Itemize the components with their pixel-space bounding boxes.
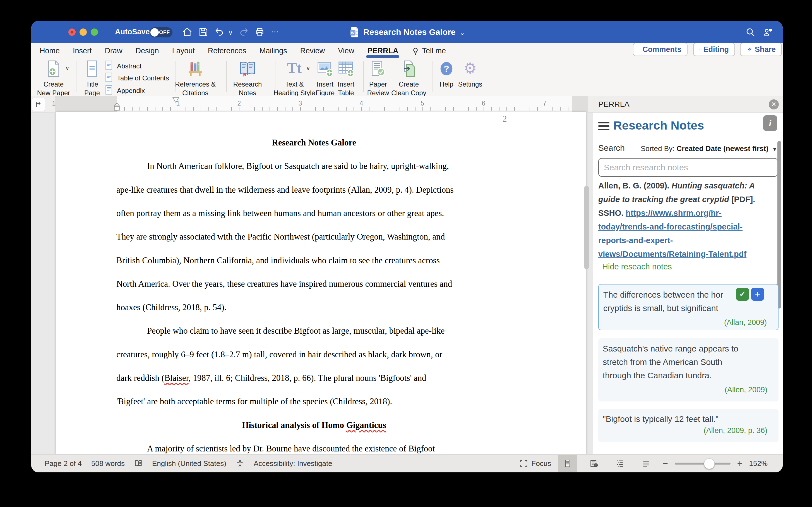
document-page[interactable]: 2 Research Notes GaloreIn North American…: [56, 112, 586, 454]
ribbon-stack-item-table-of-contents[interactable]: Table of Contents: [105, 72, 169, 84]
menu-icon[interactable]: [598, 122, 609, 131]
zoom-out-button[interactable]: −: [663, 458, 668, 469]
accessibility-status[interactable]: Accessibility: Investigate: [254, 459, 332, 468]
document-line[interactable]: ape-like creatures that dwell in the wil…: [116, 185, 454, 195]
redo-icon[interactable]: [238, 27, 249, 38]
note-text-line: cryptids is small, but significant: [603, 301, 767, 315]
focus-icon: [519, 459, 528, 468]
language-status[interactable]: English (United States): [152, 459, 226, 468]
confirm-note-button[interactable]: ✓: [736, 288, 749, 301]
research-notes-button[interactable]: ResearchNotes: [225, 59, 270, 96]
text-segment: North America. Over the years, these cre…: [116, 279, 452, 289]
search-icon[interactable]: [745, 27, 756, 38]
citation-link[interactable]: today/trends-and-forecasting/special-: [598, 222, 743, 231]
document-line[interactable]: They are strongly associated with the Pa…: [116, 232, 445, 242]
zoom-in-button[interactable]: +: [737, 458, 743, 469]
ribbon-stack-item-appendix[interactable]: Appendix: [105, 85, 145, 97]
accessibility-icon[interactable]: [236, 459, 244, 468]
comments-button[interactable]: Comments: [633, 43, 688, 56]
citation-link[interactable]: views/Documents/Retaining-Talent.pdf: [598, 249, 746, 259]
research-note-card[interactable]: The differences between the horcryptids …: [598, 284, 778, 330]
create-clean-copy-button[interactable]: CreateClean Copy: [384, 59, 434, 96]
document-line[interactable]: Research Notes Galore: [116, 137, 512, 148]
tab-review[interactable]: Review: [300, 47, 325, 55]
document-line[interactable]: creatures, roughly 6–9 feet (1.8–2.7 m) …: [116, 349, 442, 359]
tab-references[interactable]: References: [208, 47, 246, 55]
outline-view-button[interactable]: [610, 455, 630, 472]
document-line[interactable]: Historical analysis of Homo Giganticus: [116, 420, 512, 430]
info-icon[interactable]: i: [763, 115, 777, 131]
tab-design[interactable]: Design: [136, 47, 159, 55]
tab-layout[interactable]: Layout: [172, 47, 195, 55]
draft-view-button[interactable]: [636, 455, 656, 472]
tab-selector[interactable]: [32, 98, 45, 111]
close-window-button[interactable]: [68, 29, 76, 36]
focus-button[interactable]: Focus: [531, 459, 551, 468]
proofing-errors-icon[interactable]: [134, 459, 142, 468]
reference-citation: Allen, B. G. (2009). Hunting sasquatch: …: [598, 179, 779, 261]
insert-note-button[interactable]: +: [751, 288, 764, 301]
share-button[interactable]: Share: [740, 43, 782, 56]
document-line[interactable]: dark reddish (Blaiser, 1987, ill. 6; Chi…: [116, 373, 426, 383]
panel-close-icon[interactable]: ✕: [769, 99, 779, 109]
tab-perrla[interactable]: PERRLA: [367, 47, 398, 55]
zoom-slider[interactable]: [675, 463, 731, 464]
document-line[interactable]: In North American folklore, Bigfoot or S…: [147, 161, 449, 171]
note-text-line: "Bigfoot is typically 12 feet tall.": [603, 412, 767, 426]
ruler-number: 2: [238, 100, 241, 107]
document-line[interactable]: British Columbia), Northern California, …: [116, 256, 440, 266]
tab-draw[interactable]: Draw: [105, 47, 123, 55]
tab-home[interactable]: Home: [40, 47, 60, 55]
document-title-menu[interactable]: W Research Notes Galore ⌄: [349, 26, 465, 38]
print-layout-view-button[interactable]: [558, 455, 577, 472]
sorted-by-dropdown[interactable]: Sorted By: Created Date (newest first) ▼: [641, 144, 777, 153]
tab-tell-me[interactable]: Tell me: [411, 47, 446, 55]
document-line[interactable]: People who claim to have seen it describ…: [147, 326, 445, 336]
left-indent-marker[interactable]: [114, 103, 120, 113]
panel-title: Research Notes: [613, 119, 704, 132]
research-note-card[interactable]: "Bigfoot is typically 12 feet tall."(All…: [598, 409, 778, 442]
insert-table-button[interactable]: InsertTable: [333, 59, 359, 96]
text-heading-style-button[interactable]: TtText &Heading Style∨: [273, 59, 315, 96]
citation-link[interactable]: reports-and-expert-: [598, 236, 673, 245]
print-icon[interactable]: [254, 27, 265, 38]
document-line[interactable]: North America. Over the years, these cre…: [116, 279, 452, 289]
editing-button[interactable]: Editing: [693, 43, 735, 56]
ribbon-stack-item-abstract[interactable]: Abstract: [105, 60, 141, 72]
document-line[interactable]: 'Bigfeet' are both acceptable terms for …: [116, 396, 392, 406]
hide-research-notes-link[interactable]: Hide reseach notes: [602, 262, 672, 271]
tab-insert[interactable]: Insert: [73, 47, 92, 55]
undo-icon[interactable]: [214, 27, 225, 38]
document-line[interactable]: A majority of scientists led by Dr. Bour…: [147, 444, 435, 454]
search-input[interactable]: [598, 158, 778, 177]
document-area: 11234567 2 Research Notes GaloreIn North…: [31, 96, 593, 454]
tab-mailings[interactable]: Mailings: [259, 47, 287, 55]
citation-link[interactable]: https://www.shrm.org/hr-: [626, 209, 722, 218]
settings-button[interactable]: ⚙Settings: [453, 59, 487, 96]
word-count[interactable]: 508 words: [91, 459, 125, 468]
text-segment: 'Bigfeet' are both acceptable terms for …: [116, 396, 392, 406]
research-note-card[interactable]: Sasquatch's native range appears tostret…: [598, 338, 778, 401]
create-new-paper-button[interactable]: CreateNew Paper∨: [31, 59, 79, 96]
ruler-right-margin: [572, 96, 588, 112]
undo-menu-chevron[interactable]: ∨: [228, 29, 233, 37]
minimize-window-button[interactable]: [79, 29, 87, 36]
references-citations-button[interactable]: References &Citations: [166, 59, 225, 96]
save-icon[interactable]: [198, 27, 209, 38]
contacts-icon[interactable]: [763, 27, 773, 38]
panel-scrollbar[interactable]: [777, 141, 781, 308]
document-scrollbar[interactable]: [584, 186, 589, 269]
page-count[interactable]: Page 2 of 4: [45, 459, 82, 468]
document-line[interactable]: often portray them as a missing link bet…: [116, 208, 444, 218]
zoom-level[interactable]: 152%: [749, 459, 768, 468]
tab-view[interactable]: View: [338, 47, 354, 55]
fullscreen-window-button[interactable]: [91, 29, 98, 36]
home-icon[interactable]: [182, 27, 193, 38]
web-layout-view-button[interactable]: [584, 455, 604, 472]
zoom-slider-knob[interactable]: [704, 458, 714, 469]
text-segment: People who claim to have seen it describ…: [147, 326, 445, 336]
title-page-button[interactable]: TitlePage: [77, 59, 108, 96]
document-line[interactable]: hoaxes (Childress, 2018, p. 54).: [116, 302, 226, 313]
autosave-toggle[interactable]: OFF: [149, 27, 173, 38]
more-icon[interactable]: …: [271, 25, 281, 36]
